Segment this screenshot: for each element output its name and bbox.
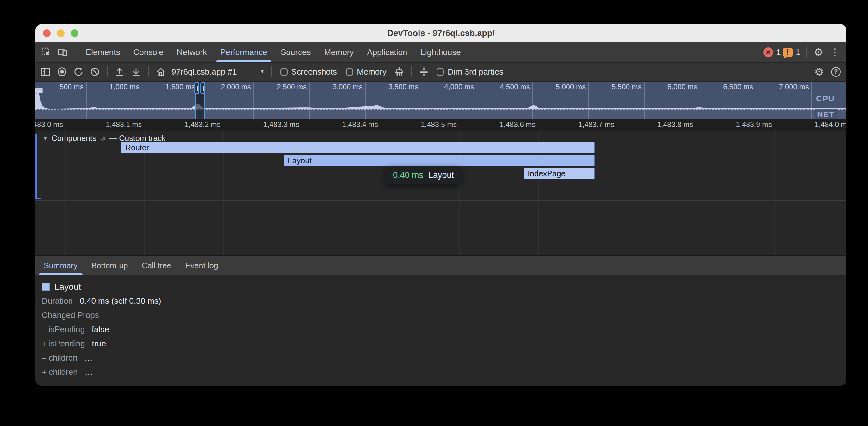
tab-console[interactable]: Console (127, 42, 170, 62)
flame-bar-indexpage[interactable]: IndexPage (524, 168, 595, 179)
scope-label: 97r6ql.csb.app #1 (172, 67, 237, 77)
divider (148, 66, 149, 77)
record-and-reload-icon[interactable] (70, 64, 87, 80)
tab-performance[interactable]: Performance (214, 42, 274, 62)
overview-gridline (477, 81, 477, 119)
minimize-window-button[interactable] (57, 29, 65, 37)
performance-settings-gear-icon[interactable]: ⚙ (811, 64, 828, 80)
home-icon[interactable] (152, 64, 169, 80)
tab-elements[interactable]: Elements (79, 42, 127, 62)
overview-tick-label: 7,000 ms (779, 83, 809, 91)
divider (807, 66, 807, 77)
issue-count: 1 (796, 47, 800, 57)
track-header[interactable]: ▼ Components ⚛ — Custom track (42, 134, 166, 143)
tab-network[interactable]: Network (170, 42, 214, 62)
divider (411, 66, 412, 77)
settings-gear-icon[interactable]: ⚙ (810, 44, 827, 60)
inspect-element-icon[interactable] (38, 44, 54, 60)
flame-gridline (617, 131, 617, 255)
track-name: Components (52, 134, 96, 143)
network-strip (35, 110, 846, 119)
device-toolbar-icon[interactable] (54, 44, 71, 60)
dim-3rd-parties-checkbox[interactable]: Dim 3rd parties (437, 67, 503, 77)
flame-bar-router[interactable]: Router (121, 142, 595, 153)
tooltip-duration: 0.40 ms (393, 170, 423, 180)
summary-row-value: false (92, 325, 109, 334)
tab-bottom-up[interactable]: Bottom-up (85, 256, 135, 275)
track-kind: — Custom track (109, 134, 165, 143)
selection-handle-right[interactable] (200, 82, 205, 94)
timeline-overview[interactable]: 500 ms1,000 ms1,500 ms2,000 ms2,500 ms3,… (35, 81, 846, 119)
tab-memory[interactable]: Memory (317, 42, 360, 62)
overview-gridline (588, 81, 589, 119)
kebab-menu-icon[interactable]: ⋮ (827, 44, 843, 60)
tab-sources[interactable]: Sources (274, 42, 317, 62)
flame-bar-layout[interactable]: Layout (284, 155, 595, 166)
devtools-tab-bar: ElementsConsoleNetworkPerformanceSources… (35, 42, 846, 63)
summary-row-label: – children (42, 353, 78, 363)
help-icon[interactable]: ? (828, 64, 844, 80)
error-badge[interactable]: × 1 (763, 47, 781, 57)
error-icon: × (763, 47, 773, 57)
divider (806, 47, 807, 58)
tab-event-log[interactable]: Event log (178, 256, 225, 275)
zoom-window-button[interactable] (71, 29, 79, 37)
tab-application[interactable]: Application (360, 42, 414, 62)
divider (271, 66, 272, 77)
summary-title-row: Layout (42, 280, 846, 294)
issues-badge[interactable]: ! 1 (783, 47, 800, 57)
overview-tick-label: 3,000 ms (333, 83, 363, 91)
collapse-triangle-icon[interactable]: ▼ (42, 135, 49, 142)
flame-gridline (695, 131, 696, 255)
overview-gridline (644, 81, 645, 119)
clear-icon[interactable] (87, 64, 103, 80)
download-profile-icon[interactable] (128, 64, 144, 80)
close-window-button[interactable] (43, 29, 51, 37)
collect-garbage-icon[interactable] (391, 64, 407, 80)
net-lane-label: NET (814, 109, 837, 119)
tab-summary[interactable]: Summary (37, 256, 85, 275)
selection-handle-left[interactable] (194, 82, 199, 94)
tab-lighthouse[interactable]: Lighthouse (414, 42, 468, 62)
time-ruler[interactable]: 1,483.0 ms1,483.1 ms1,483.2 ms1,483.3 ms… (35, 119, 846, 131)
ruler-tick-label: 1,483.9 ms (736, 121, 772, 129)
screenshots-checkbox[interactable]: Screenshots (280, 67, 337, 77)
react-atom-icon: ⚛ (100, 134, 106, 142)
record-icon[interactable] (54, 64, 70, 80)
chevron-down-icon: ▼ (260, 69, 265, 75)
ruler-tick-label: 1,484.0 ms (814, 121, 846, 129)
title-bar[interactable]: DevTools - 97r6ql.csb.app/ (35, 24, 846, 42)
ruler-tick-label: 1,483.4 ms (342, 121, 378, 129)
checkbox-box (280, 68, 287, 75)
checkbox-label: Screenshots (291, 67, 337, 77)
summary-row-label: + isPending (42, 339, 85, 349)
devtools-window: DevTools - 97r6ql.csb.app/ ElementsConso… (35, 24, 846, 386)
summary-row-label: – isPending (42, 325, 85, 334)
track-selection-bracket (35, 134, 37, 199)
upload-profile-icon[interactable] (111, 64, 128, 80)
ruler-tick-label: 1,483.6 ms (499, 121, 535, 129)
summary-row-value: 0.40 ms (self 0.30 ms) (80, 296, 161, 306)
traffic-lights (43, 24, 79, 42)
cpu-lane-label: CPU (814, 94, 837, 104)
summary-panel: Layout Duration0.40 ms (self 0.30 ms)Cha… (35, 275, 846, 385)
flame-chart[interactable]: ▼ Components ⚛ — Custom track RouterLayo… (35, 131, 846, 255)
window-title: DevTools - 97r6ql.csb.app/ (387, 28, 495, 38)
panel-tab-strip: ElementsConsoleNetworkPerformanceSources… (79, 42, 468, 62)
tab-call-tree[interactable]: Call tree (135, 256, 178, 275)
summary-row: – children… (42, 351, 846, 365)
ruler-tick-label: 1,483.8 ms (657, 121, 693, 129)
divider (75, 47, 75, 58)
overview-tick-label: 2,500 ms (277, 83, 307, 91)
memory-checkbox[interactable]: Memory (346, 67, 386, 77)
overview-tick-label: 6,000 ms (668, 83, 698, 91)
scope-selector[interactable]: 97r6ql.csb.app #1 ▼ (172, 67, 265, 77)
collapse-sections-icon[interactable] (416, 64, 432, 80)
flame-tooltip: 0.40 ms Layout (386, 167, 461, 184)
toggle-sidebar-icon[interactable] (37, 64, 54, 80)
checkbox-label: Memory (357, 67, 386, 77)
overview-gridline (756, 81, 756, 119)
overview-gridline (421, 81, 421, 119)
overview-tick-label: 5,500 ms (612, 83, 642, 91)
overview-tick-label: 6,500 ms (723, 83, 753, 91)
